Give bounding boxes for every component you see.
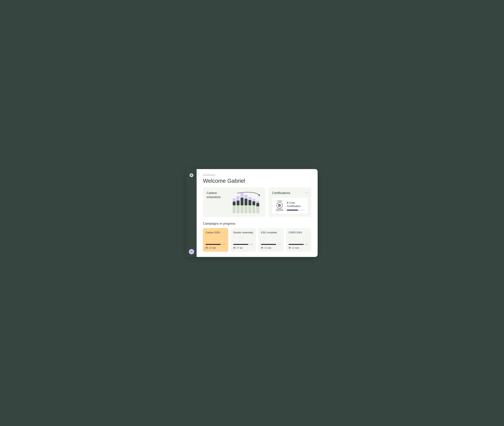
app-logo-icon[interactable] <box>188 172 194 178</box>
campaign-date: 12 sept. <box>289 247 309 249</box>
calendar-icon <box>233 247 235 249</box>
calendar-icon <box>289 247 291 249</box>
campaign-progress <box>206 244 226 245</box>
carbon-emissions-title: Carbon emissions <box>207 191 228 199</box>
campaign-card[interactable]: ESG complete12 sept. <box>258 228 284 252</box>
badge-letter: B <box>276 202 283 208</box>
certifications-title: Certifications <box>272 191 308 195</box>
chart-bar <box>252 199 255 213</box>
svg-point-1 <box>191 173 192 175</box>
more-options-button[interactable]: ··· <box>305 191 308 194</box>
campaigns-grid: Carbon 202312 sept.Double materiality27 … <box>203 228 311 252</box>
certification-progress <box>287 210 305 211</box>
user-avatar[interactable]: GF <box>189 249 194 254</box>
campaign-progress <box>233 244 253 245</box>
svg-rect-5 <box>289 247 291 249</box>
certification-item[interactable]: Certified B Corporation B Corp Certifica… <box>272 198 308 213</box>
svg-rect-2 <box>206 247 208 249</box>
campaign-date: 12 sept. <box>261 247 281 249</box>
campaign-date: 12 sept. <box>206 247 226 249</box>
svg-point-0 <box>191 175 192 176</box>
breadcrumb: Dashboard <box>203 174 311 177</box>
campaign-title: Carbon 2023 <box>206 231 226 238</box>
sidebar: GF <box>186 169 197 257</box>
campaign-card[interactable]: Double materiality27 apr. <box>231 228 256 252</box>
carbon-emissions-chart <box>230 191 262 213</box>
chart-bar <box>244 195 247 213</box>
campaign-title: ESG complete <box>261 231 281 238</box>
calendar-icon <box>261 247 263 249</box>
summary-cards-row: Carbon emissions Certifications ··· Cert… <box>203 187 311 217</box>
campaign-card[interactable]: Carbon 202312 sept. <box>203 228 228 252</box>
chart-bar <box>233 199 235 213</box>
campaign-title: Double materiality <box>233 231 253 238</box>
campaign-progress <box>289 244 309 245</box>
svg-rect-3 <box>234 247 235 249</box>
trend-arrow-icon <box>236 191 261 198</box>
campaign-date: 27 apr. <box>233 247 253 249</box>
calendar-icon <box>206 247 208 249</box>
badge-top-text: Certified <box>277 200 282 202</box>
bcorp-badge-icon: Certified B Corporation <box>275 200 284 211</box>
app-window: GF Dashboard Welcome Gabriel Carbon emis… <box>186 169 318 257</box>
certification-name: B Corp Certification <box>287 201 305 208</box>
svg-rect-4 <box>261 247 263 249</box>
carbon-emissions-card[interactable]: Carbon emissions <box>203 187 266 217</box>
campaign-card[interactable]: CSRD 202412 sept. <box>286 228 311 252</box>
campaigns-section-title: Campaigns in progress <box>203 222 311 225</box>
chart-bar <box>249 197 251 213</box>
chart-bar <box>256 201 259 213</box>
chart-bar <box>237 196 240 213</box>
campaign-progress <box>261 244 281 245</box>
page-title: Welcome Gabriel <box>203 178 311 184</box>
main-content: Dashboard Welcome Gabriel Carbon emissio… <box>197 169 318 257</box>
certifications-card[interactable]: Certifications ··· Certified B Corporati… <box>269 187 311 217</box>
badge-bottom-text: Corporation <box>276 210 283 211</box>
campaign-title: CSRD 2024 <box>289 231 309 238</box>
